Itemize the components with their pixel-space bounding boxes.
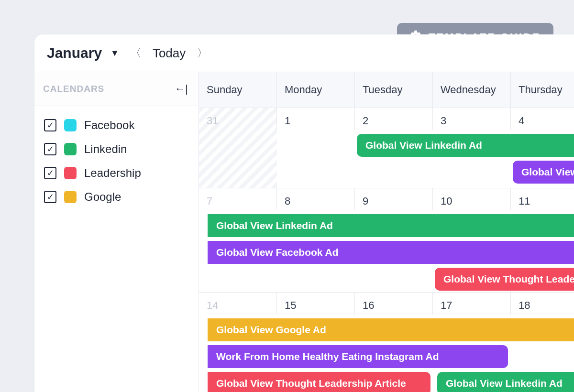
event-bar[interactable]: Work From Home Healthy Eating Instagram … bbox=[208, 345, 508, 368]
calendars-sidebar: CALENDARS ←| ✓ Facebook ✓ Linkedin ✓ Lea bbox=[34, 72, 199, 392]
chevron-right-icon: 〉 bbox=[197, 46, 208, 60]
date-cell[interactable]: 16 bbox=[355, 293, 433, 315]
date-cell[interactable]: 11 bbox=[511, 188, 574, 210]
chevron-down-icon: ▼ bbox=[110, 48, 119, 58]
week-row: 14 15 16 17 18 Global View Google Ad Wor… bbox=[199, 293, 574, 392]
event-label: Global View Google Ad bbox=[216, 324, 326, 335]
day-header: Tuesday bbox=[355, 72, 433, 108]
event-bar[interactable]: Global View bbox=[513, 161, 574, 184]
event-bar[interactable]: Global View Linkedin Ad bbox=[208, 214, 574, 237]
event-label: Global View Linkedin Ad bbox=[446, 378, 563, 389]
day-header: Wednesday bbox=[433, 72, 511, 108]
calendar-item-label: Linkedin bbox=[84, 142, 127, 156]
prev-button[interactable]: 〈 bbox=[128, 45, 144, 61]
week-row: 7 8 9 10 11 Global View Linkedin Ad Glob… bbox=[199, 188, 574, 293]
event-bar[interactable]: Global View Google Ad bbox=[208, 318, 574, 341]
calendar-item-facebook[interactable]: ✓ Facebook bbox=[44, 119, 189, 132]
event-label: Work From Home Healthy Eating Instagram … bbox=[216, 351, 439, 362]
checkbox[interactable]: ✓ bbox=[44, 191, 56, 203]
collapse-sidebar-icon[interactable]: ←| bbox=[175, 83, 188, 95]
event-bar[interactable]: Global View Facebook Ad bbox=[208, 241, 574, 264]
week-row: 31 1 2 3 4 Global View Linkedin Ad Globa… bbox=[199, 108, 574, 188]
date-cell[interactable]: 4 bbox=[511, 108, 574, 130]
calendar-item-label: Leadership bbox=[84, 166, 141, 180]
color-swatch bbox=[64, 167, 77, 179]
calendar-item-linkedin[interactable]: ✓ Linkedin bbox=[44, 142, 189, 156]
date-cell[interactable]: 18 bbox=[511, 293, 574, 315]
event-label: Global View Linkedin Ad bbox=[216, 220, 333, 231]
today-label: Today bbox=[153, 46, 186, 60]
sidebar-title: CALENDARS bbox=[43, 84, 104, 94]
event-label: Global View Linkedin Ad bbox=[365, 140, 482, 151]
color-swatch bbox=[64, 119, 77, 131]
calendar-toolbar: January ▼ 〈 Today 〉 bbox=[34, 34, 574, 72]
calendar-grid: Sunday Monday Tuesday Wednesday Thursday… bbox=[199, 72, 574, 392]
month-select[interactable]: January ▼ bbox=[47, 45, 119, 61]
date-cell[interactable]: 15 bbox=[277, 293, 355, 315]
event-bar[interactable]: Global View Thought Leader bbox=[435, 268, 574, 291]
checkbox[interactable]: ✓ bbox=[44, 119, 56, 131]
date-cell[interactable]: 31 bbox=[199, 108, 277, 130]
calendar-window: January ▼ 〈 Today 〉 CALENDARS ←| ✓ Faceb… bbox=[34, 34, 574, 392]
calendar-item-label: Facebook bbox=[84, 119, 134, 132]
date-cell[interactable]: 17 bbox=[433, 293, 511, 315]
day-header-row: Sunday Monday Tuesday Wednesday Thursday bbox=[199, 72, 574, 108]
event-label: Global View Thought Leadership Article bbox=[216, 378, 406, 389]
date-cell[interactable]: 1 bbox=[277, 108, 355, 130]
calendar-item-label: Google bbox=[84, 190, 121, 204]
calendar-item-leadership[interactable]: ✓ Leadership bbox=[44, 166, 189, 180]
day-header: Sunday bbox=[199, 72, 277, 108]
color-swatch bbox=[64, 143, 77, 155]
date-cell[interactable]: 14 bbox=[199, 293, 277, 315]
today-button[interactable]: Today bbox=[153, 46, 186, 61]
month-label: January bbox=[47, 45, 102, 61]
chevron-left-icon: 〈 bbox=[131, 46, 141, 60]
calendar-item-google[interactable]: ✓ Google bbox=[44, 190, 189, 204]
date-cell[interactable]: 8 bbox=[277, 188, 355, 210]
next-button[interactable]: 〉 bbox=[194, 45, 210, 61]
date-cell[interactable]: 9 bbox=[355, 188, 433, 210]
checkbox[interactable]: ✓ bbox=[44, 167, 56, 179]
event-bar[interactable]: Global View Linkedin Ad bbox=[357, 134, 574, 157]
date-cell[interactable]: 2 bbox=[355, 108, 433, 130]
date-cell[interactable]: 3 bbox=[433, 108, 511, 130]
date-cell[interactable]: 7 bbox=[199, 188, 277, 210]
day-header: Thursday bbox=[511, 72, 574, 108]
checkbox[interactable]: ✓ bbox=[44, 143, 56, 155]
event-label: Global View Thought Leader bbox=[443, 273, 574, 284]
color-swatch bbox=[64, 191, 77, 203]
event-label: Global View bbox=[521, 166, 574, 177]
event-label: Global View Facebook Ad bbox=[216, 247, 339, 258]
day-header: Monday bbox=[277, 72, 355, 108]
event-bar[interactable]: Global View Linkedin Ad bbox=[437, 372, 574, 392]
event-bar[interactable]: Global View Thought Leadership Article bbox=[208, 372, 430, 392]
date-cell[interactable]: 10 bbox=[433, 188, 511, 210]
